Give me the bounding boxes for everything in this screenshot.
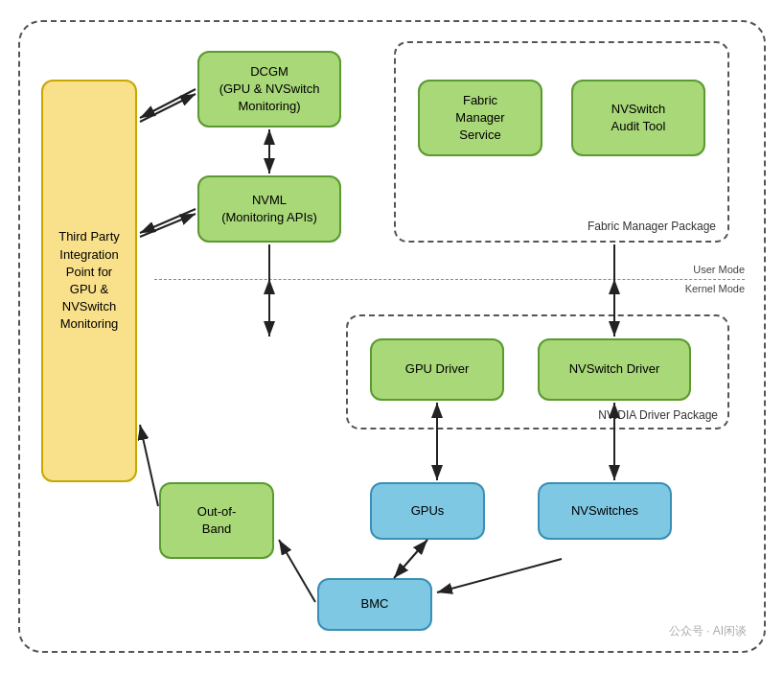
nvswitches-label: NVSwitches [571, 502, 638, 520]
oob-label: Out-of- Band [197, 503, 236, 538]
nvidia-driver-label: NVIDIA Driver Package [598, 408, 718, 422]
watermark: 公众号 · AI闲谈 [669, 623, 747, 639]
bmc-box: BMC [317, 578, 432, 631]
gpus-box: GPUs [370, 482, 485, 540]
svg-line-7 [140, 214, 196, 237]
svg-line-4 [140, 94, 196, 122]
audit-tool-label: NVSwitch Audit Tool [611, 101, 666, 135]
audit-tool-box: NVSwitch Audit Tool [571, 80, 705, 156]
nvml-box: NVML (Monitoring APIs) [197, 175, 341, 243]
third-party-block: Third Party Integration Point for GPU & … [41, 80, 137, 482]
fm-service-label: Fabric Manager Service [455, 92, 504, 145]
third-party-label: Third Party Integration Point for GPU & … [53, 228, 126, 333]
kernel-mode-label: Kernel Mode [685, 283, 745, 294]
dcgm-box: DCGM (GPU & NVSwitch Monitoring) [197, 51, 341, 128]
fm-service-box: Fabric Manager Service [418, 80, 542, 156]
svg-line-17 [140, 425, 158, 506]
user-mode-label: User Mode [693, 264, 745, 275]
gpus-label: GPUs [411, 502, 445, 520]
svg-line-6 [140, 209, 196, 233]
nvml-label: NVML (Monitoring APIs) [221, 192, 317, 226]
svg-line-15 [437, 559, 562, 592]
svg-line-16 [279, 540, 315, 602]
nvswitch-driver-box: NVSwitch Driver [538, 338, 691, 401]
arrow-dcgm-tp [140, 89, 196, 118]
nvswitch-driver-label: NVSwitch Driver [569, 360, 660, 378]
main-diagram: Third Party Integration Point for GPU & … [18, 20, 766, 653]
oob-box: Out-of- Band [159, 482, 274, 559]
bmc-label: BMC [361, 595, 389, 613]
fm-package-label: Fabric Manager Package [588, 220, 716, 233]
gpu-driver-box: GPU Driver [370, 338, 504, 401]
dcgm-label: DCGM (GPU & NVSwitch Monitoring) [219, 63, 320, 116]
nvswitches-box: NVSwitches [538, 482, 672, 540]
svg-line-14 [394, 540, 427, 578]
gpu-driver-label: GPU Driver [405, 360, 469, 378]
